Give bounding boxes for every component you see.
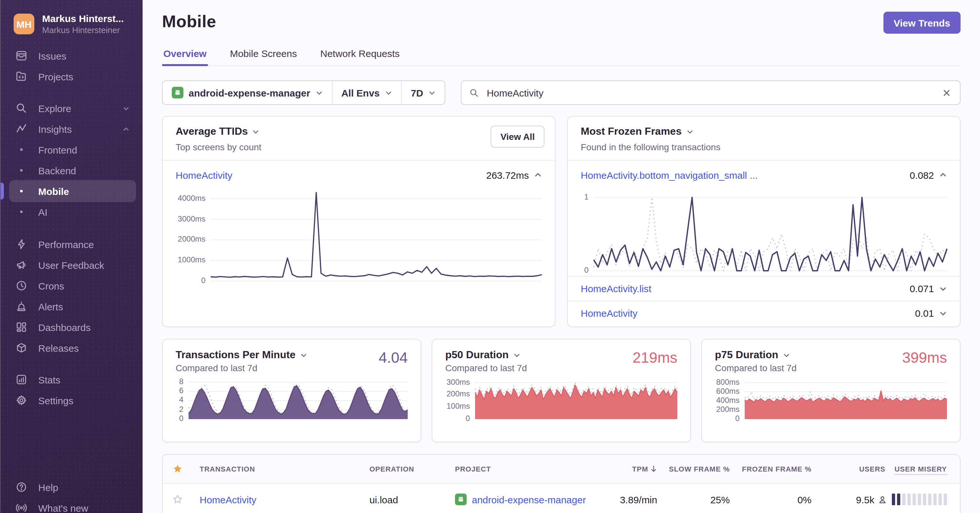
date-range-filter[interactable]: 7D [402, 81, 445, 104]
avg-ttids-title[interactable]: Average TTIDs [176, 125, 542, 137]
sidebar-item-crons[interactable]: Crons [1, 275, 143, 296]
environment-filter[interactable]: All Envs [332, 81, 401, 104]
collapse-icon[interactable] [534, 171, 542, 179]
frozen-frames-title[interactable]: Most Frozen Frames [581, 125, 947, 137]
tab-network-requests[interactable]: Network Requests [319, 48, 401, 65]
frozen-row: HomeActivity 0.01 [568, 301, 960, 325]
col-header-slow-frame[interactable]: SLOW FRAME % [659, 465, 731, 473]
col-header-tpm[interactable]: TPM [594, 465, 659, 473]
sidebar-item-mobile[interactable]: Mobile [1, 181, 143, 202]
sidebar-item-alerts[interactable]: Alerts [1, 296, 143, 317]
p75-title[interactable]: p75 Duration [715, 349, 797, 361]
page-title: Mobile [162, 12, 216, 32]
sidebar-item-settings[interactable]: Settings [1, 390, 143, 411]
insights-icon [15, 122, 28, 135]
col-header-operation[interactable]: OPERATION [369, 465, 455, 473]
p50-chart: 300ms200ms100ms0 [445, 379, 677, 419]
sidebar-item-ai[interactable]: AI [1, 202, 143, 222]
star-toggle[interactable] [163, 494, 192, 505]
search-box [461, 80, 961, 105]
chevron-down-icon [686, 128, 693, 135]
transaction-link[interactable]: HomeActivity.bottom_navigation_small ... [581, 169, 758, 180]
p75-duration-card: p75 Duration Compared to last 7d 399ms 8… [701, 339, 961, 442]
sidebar-item-backend[interactable]: Backend [1, 160, 143, 181]
ttids-chart: 4000ms3000ms2000ms1000ms0 [163, 189, 555, 281]
search-input[interactable] [485, 86, 935, 99]
sidebar-item-whats-new[interactable]: What's new [1, 497, 143, 513]
project-filter[interactable]: android-expense-manager [163, 81, 331, 104]
tpm-title[interactable]: Transactions Per Minute [176, 349, 307, 361]
sidebar-item-releases[interactable]: Releases [1, 337, 143, 358]
sidebar-item-explore[interactable]: Explore [1, 98, 143, 119]
tab-overview[interactable]: Overview [162, 48, 208, 65]
project-link[interactable]: android-expense-manager [472, 494, 586, 505]
tpm-cell: 3.89/min [594, 494, 659, 505]
col-header-user-misery[interactable]: USER MISERY [887, 465, 960, 473]
page-filters: android-expense-manager All Envs 7D [162, 80, 445, 105]
expand-icon[interactable] [939, 285, 947, 292]
p50-value: 219ms [633, 349, 677, 366]
sidebar-item-projects[interactable]: Projects [1, 66, 143, 87]
col-header-transaction[interactable]: TRANSACTION [192, 465, 369, 473]
frozen-row: HomeActivity.list 0.071 [568, 276, 960, 300]
sidebar-item-help[interactable]: Help [1, 477, 143, 497]
filter-bar: android-expense-manager All Envs 7D [162, 80, 961, 105]
starred-column-header[interactable] [163, 464, 192, 474]
broadcast-icon [15, 501, 28, 513]
col-header-project[interactable]: PROJECT [455, 465, 594, 473]
p50-subtitle: Compared to last 7d [445, 363, 527, 373]
main-content: Mobile View Trends Overview Mobile Scree… [143, 0, 980, 513]
transaction-link[interactable]: HomeActivity.list [581, 283, 651, 294]
search-icon [469, 88, 479, 97]
row-value: 0.071 [910, 283, 934, 294]
view-trends-button[interactable]: View Trends [883, 12, 961, 34]
tpm-subtitle: Compared to last 7d [176, 363, 307, 373]
ttids-transaction-row: HomeActivity 263.72ms [163, 160, 555, 189]
user-menu[interactable]: MH Markus Hinterst... Markus Hinterstein… [1, 0, 143, 35]
col-header-users[interactable]: USERS [813, 465, 887, 473]
p75-value: 399ms [902, 349, 947, 366]
expand-icon[interactable] [939, 309, 947, 317]
col-header-frozen-frame[interactable]: FROZEN FRAME % [731, 465, 813, 473]
sidebar-item-issues[interactable]: Issues [1, 45, 143, 66]
tab-mobile-screens[interactable]: Mobile Screens [229, 48, 298, 65]
frozen-frames-chart: 10 [568, 192, 960, 271]
collapse-icon[interactable] [939, 171, 947, 179]
sidebar-item-stats[interactable]: Stats [1, 369, 143, 390]
sidebar-item-performance[interactable]: Performance [1, 234, 143, 254]
releases-icon [15, 341, 28, 354]
sidebar-item-frontend[interactable]: Frontend [1, 139, 143, 160]
users-cell: 9.5k [813, 494, 887, 505]
bar-chart-icon [15, 373, 28, 386]
transaction-link[interactable]: HomeActivity [176, 169, 232, 180]
tpm-card: Transactions Per Minute Compared to last… [162, 339, 421, 442]
search-icon [15, 102, 28, 114]
clock-icon [15, 279, 28, 292]
transaction-link[interactable]: HomeActivity [581, 308, 638, 319]
frozen-frames-card: Most Frozen Frames Found in the followin… [567, 116, 961, 327]
p50-title[interactable]: p50 Duration [445, 349, 527, 361]
help-icon [15, 481, 28, 494]
star-outline-icon [172, 494, 183, 505]
sidebar-item-dashboards[interactable]: Dashboards [1, 317, 143, 337]
chevron-down-icon [513, 351, 520, 359]
clear-search-icon[interactable] [941, 87, 952, 98]
chevron-down-icon [253, 128, 259, 135]
android-project-icon [455, 494, 467, 505]
sidebar: MH Markus Hinterst... Markus Hinterstein… [0, 0, 143, 513]
transaction-link[interactable]: HomeActivity [200, 494, 256, 505]
user-icon [878, 495, 887, 503]
org-name: Markus Hintersteiner [42, 25, 124, 35]
tpm-value: 4.04 [379, 349, 408, 366]
user-name: Markus Hinterst... [42, 13, 124, 24]
projects-icon [15, 70, 28, 83]
star-icon [172, 464, 183, 474]
sidebar-item-insights[interactable]: Insights [1, 119, 143, 139]
chevron-up-icon [123, 125, 130, 132]
sort-desc-icon [650, 465, 657, 473]
bullet-icon [15, 211, 28, 213]
view-all-button[interactable]: View All [491, 125, 544, 148]
dashboards-icon [15, 321, 28, 334]
sidebar-item-user-feedback[interactable]: User Feedback [1, 254, 143, 275]
lightning-icon [15, 238, 28, 251]
